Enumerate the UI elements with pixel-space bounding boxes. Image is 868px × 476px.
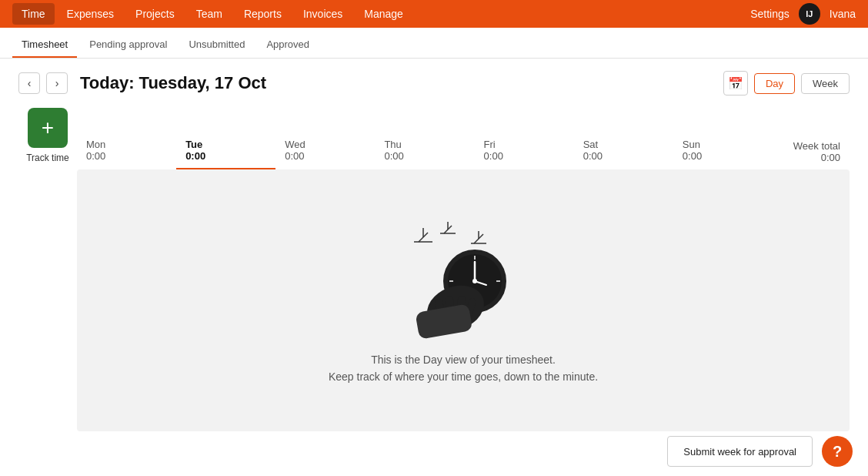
current-date-title: Today: Tuesday, 17 Oct	[80, 73, 266, 93]
tab-approved[interactable]: Approved	[257, 32, 319, 58]
day-sat-time: 0:00	[583, 150, 664, 162]
svg-rect-24	[415, 303, 472, 339]
date-header: ‹ › Today: Tuesday, 17 Oct 📅 Day Week	[18, 71, 850, 96]
nav-item-reports[interactable]: Reports	[235, 3, 291, 25]
day-thu[interactable]: Thu 0:00	[375, 132, 474, 169]
nav-links: Time Expenses Projects Team Reports Invo…	[12, 3, 412, 25]
svg-point-13	[472, 279, 477, 283]
week-view-button[interactable]: Week	[801, 73, 850, 94]
calendar-icon[interactable]: 📅	[723, 71, 748, 96]
day-fri[interactable]: Fri 0:00	[475, 132, 574, 169]
day-tue-time: 0:00	[185, 150, 266, 162]
day-mon-time: 0:00	[86, 150, 167, 162]
track-time-button[interactable]: +	[28, 108, 68, 148]
nav-item-team[interactable]: Team	[187, 3, 232, 25]
help-button[interactable]: ?	[822, 436, 853, 467]
submit-week-button[interactable]: Submit week for approval	[667, 436, 813, 467]
day-fri-name: Fri	[484, 139, 565, 150]
day-sun-name: Sun	[683, 139, 763, 150]
day-tue[interactable]: Tue 0:00	[176, 132, 275, 169]
nav-item-manage[interactable]: Manage	[355, 3, 412, 25]
day-thu-name: Thu	[384, 139, 465, 150]
nav-item-expenses[interactable]: Expenses	[58, 3, 123, 25]
day-thu-time: 0:00	[384, 150, 465, 162]
view-controls: 📅 Day Week	[723, 71, 850, 96]
track-time-section: + Track time	[18, 108, 77, 169]
day-sun-time: 0:00	[683, 150, 763, 162]
week-total-value: 0:00	[782, 152, 840, 163]
day-wed[interactable]: Wed 0:00	[275, 132, 375, 169]
tab-pending-approval[interactable]: Pending approval	[80, 32, 176, 58]
bottom-bar: Submit week for approval ?	[652, 427, 868, 476]
nav-right: Settings IJ Ivana	[750, 3, 856, 25]
day-wed-time: 0:00	[285, 150, 366, 162]
week-strip: + Track time Mon 0:00 Tue 0:00 Wed 0:00 …	[18, 108, 850, 169]
tab-unsubmitted[interactable]: Unsubmitted	[179, 32, 254, 58]
nav-item-invoices[interactable]: Invoices	[294, 3, 352, 25]
main-content: ‹ › Today: Tuesday, 17 Oct 📅 Day Week + …	[0, 59, 868, 444]
nav-item-projects[interactable]: Projects	[126, 3, 184, 25]
timesheet-illustration	[394, 216, 532, 339]
day-sat[interactable]: Sat 0:00	[574, 132, 673, 169]
day-sun[interactable]: Sun 0:00	[673, 132, 773, 169]
nav-item-time[interactable]: Time	[12, 3, 55, 25]
week-total: Week total 0:00	[773, 134, 850, 169]
prev-day-button[interactable]: ‹	[18, 72, 40, 94]
day-mon-name: Mon	[86, 139, 167, 150]
day-mon[interactable]: Mon 0:00	[77, 132, 176, 169]
track-time-label: Track time	[26, 153, 69, 163]
day-wed-name: Wed	[285, 139, 366, 150]
day-view-button[interactable]: Day	[754, 73, 795, 94]
user-name[interactable]: Ivana	[830, 8, 856, 20]
empty-state-area: This is the Day view of your timesheet. …	[77, 169, 850, 431]
sub-navigation: Timesheet Pending approval Unsubmitted A…	[0, 28, 868, 59]
empty-line1: This is the Day view of your timesheet.	[329, 351, 598, 368]
empty-line2: Keep track of where your time goes, down…	[329, 368, 598, 385]
day-tue-name: Tue	[185, 139, 266, 150]
day-fri-time: 0:00	[484, 150, 565, 162]
avatar[interactable]: IJ	[799, 3, 820, 25]
week-total-label: Week total	[782, 140, 840, 152]
next-day-button[interactable]: ›	[46, 72, 68, 94]
day-sat-name: Sat	[583, 139, 664, 150]
tab-timesheet[interactable]: Timesheet	[12, 32, 77, 58]
date-navigation: ‹ › Today: Tuesday, 17 Oct	[18, 72, 266, 94]
empty-state-text: This is the Day view of your timesheet. …	[329, 351, 598, 386]
top-navigation: Time Expenses Projects Team Reports Invo…	[0, 0, 868, 28]
plus-icon: +	[42, 116, 54, 140]
settings-link[interactable]: Settings	[750, 8, 790, 20]
days-row: Mon 0:00 Tue 0:00 Wed 0:00 Thu 0:00 Fri …	[77, 132, 773, 169]
